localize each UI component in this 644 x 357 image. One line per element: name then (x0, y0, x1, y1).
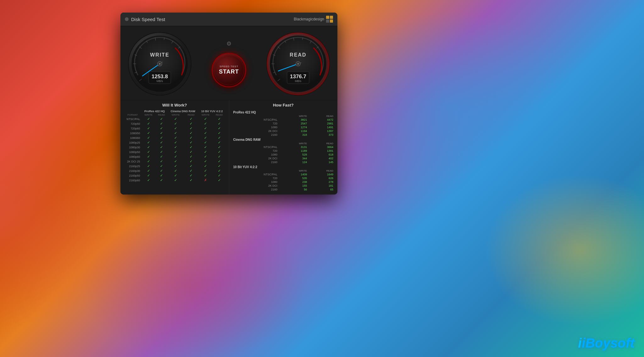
check-cell: ✓ (168, 126, 184, 131)
check-cell: ✓ (184, 131, 198, 135)
check-cell: ✓ (213, 145, 226, 150)
speed-table: ProRes 422 HQWRITEREADNTSC/PAL3821447272… (232, 109, 335, 191)
check-cell: ✓ (155, 173, 167, 178)
check-cell: ✓ (184, 126, 198, 131)
read-value: 402 (308, 157, 334, 160)
brand-name: Blackmagicdesign (294, 17, 324, 21)
check-cell: ✓ (198, 145, 213, 150)
tables-section: Will It Work? ProRes 422 HQ Cinema DNG R… (120, 100, 337, 195)
speed-data-row: 1080238278 (232, 180, 335, 184)
iboysoft-i: i (578, 336, 582, 350)
table-row: 2160p30✓✓✓✓✓✓ (124, 168, 226, 173)
settings-gear-icon[interactable]: ⚙ (226, 40, 231, 47)
write-value: 1274 (278, 125, 308, 129)
svg-text:READ: READ (290, 52, 306, 58)
read-gauge: READ 1376.7 MB/s (265, 31, 331, 97)
speed-data-row: NTSC/PAL14091649 (232, 173, 335, 176)
check-cell: ✓ (168, 159, 184, 164)
table-row: 1080i60✓✓✓✓✓✓ (124, 135, 226, 140)
check-cell: ✓ (142, 117, 156, 121)
check-cell: ✓ (155, 117, 167, 121)
check-cell: ✓ (168, 168, 184, 173)
speed-data-row: 2K DCI155181 (232, 184, 335, 188)
read-value: 373 (308, 133, 334, 137)
write-value: 155 (278, 184, 308, 188)
write-value: 1189 (278, 149, 308, 153)
svg-point-38 (297, 63, 299, 65)
check-cell: ✓ (198, 150, 213, 154)
check-cell: ✓ (155, 140, 167, 145)
svg-text:1376.7: 1376.7 (290, 74, 306, 80)
speed-data-row: 720535626 (232, 176, 335, 180)
col-header: WRITE (278, 114, 308, 118)
speed-data-row: 2K DCI344402 (232, 157, 335, 160)
check-cell: ✓ (155, 164, 167, 168)
speed-row-label: 2160 (232, 188, 278, 191)
speed-data-row: NTSC/PAL31313664 (232, 145, 335, 149)
check-cell: ✓ (168, 150, 184, 154)
check-cell: ✓ (198, 164, 213, 168)
speed-row-label: 2160 (232, 133, 278, 137)
speed-data-row: 21605665 (232, 188, 335, 191)
app-title: Disk Speed Test (131, 17, 165, 22)
write-value: 3131 (278, 145, 308, 149)
check-cell: ✓ (213, 131, 226, 135)
read-value: 145 (308, 160, 334, 164)
check-cell: ✓ (142, 135, 156, 140)
speed-row-label: 2160 (232, 160, 278, 164)
check-cell: ✓ (155, 131, 167, 135)
write-value: 344 (278, 157, 308, 160)
write-value: 528 (278, 153, 308, 157)
check-cell: ✓ (198, 121, 213, 126)
check-cell: ✓ (155, 178, 167, 183)
format-label: 2160p50 (124, 173, 142, 178)
speed-data-row: 2160318373 (232, 133, 335, 137)
write-value: 3821 (278, 118, 308, 122)
check-cell: ✓ (155, 121, 167, 126)
speed-data-row: 2160124145 (232, 160, 335, 164)
check-cell: ✓ (213, 140, 226, 145)
svg-text:MB/s: MB/s (157, 80, 163, 83)
read-gauge-container: READ 1376.7 MB/s (265, 31, 331, 97)
write-value: 318 (278, 133, 308, 137)
format-label: NTSC/PAL (124, 117, 142, 121)
left-panel: Will It Work? ProRes 422 HQ Cinema DNG R… (120, 100, 229, 195)
check-cell: ✓ (142, 131, 156, 135)
brand-squares (326, 16, 333, 23)
speed-col-header-row: WRITEREAD (232, 114, 335, 118)
start-button[interactable]: SPEED TEST START (212, 53, 246, 87)
format-label: 1080p50 (124, 150, 142, 154)
check-cell: ✓ (213, 126, 226, 131)
read-value: 65 (308, 188, 334, 191)
check-cell: ✓ (155, 135, 167, 140)
check-cell: ✓ (168, 173, 184, 178)
table-row: 2160p50✓✓✓✓✓✓ (124, 173, 226, 178)
read-value: 278 (308, 180, 334, 184)
write-value: 1409 (278, 173, 308, 176)
format-label: 1080i60 (124, 135, 142, 140)
speed-row-label: 2K DCI (232, 157, 278, 160)
read-value: 2981 (308, 122, 334, 125)
speed-row-label: 2K DCI (232, 129, 278, 133)
read-value: 1391 (308, 149, 334, 153)
check-cell: ✓ (184, 178, 198, 183)
check-cell: ✓ (168, 121, 184, 126)
speed-data-row: 1080528618 (232, 153, 335, 157)
svg-point-16 (159, 63, 161, 65)
check-cell: ✓ (213, 173, 226, 178)
format-label: 720p50 (124, 121, 142, 126)
format-label: 2160p30 (124, 168, 142, 173)
check-cell: ✓ (168, 145, 184, 150)
check-cell: ✓ (155, 145, 167, 150)
check-cell: ✓ (198, 140, 213, 145)
speed-row-label: 1080 (232, 125, 278, 129)
close-button[interactable] (125, 17, 129, 21)
svg-text:MB/s: MB/s (295, 80, 302, 83)
speed-row-label: NTSC/PAL (232, 173, 278, 176)
check-cell: ✓ (213, 150, 226, 154)
read-value: 626 (308, 176, 334, 180)
speed-group-header: 10 Bit YUV 4:2:2 (232, 164, 335, 169)
check-cell: ✓ (142, 164, 156, 168)
check-cell: ✓ (184, 117, 198, 121)
check-cell: ✓ (213, 178, 226, 183)
